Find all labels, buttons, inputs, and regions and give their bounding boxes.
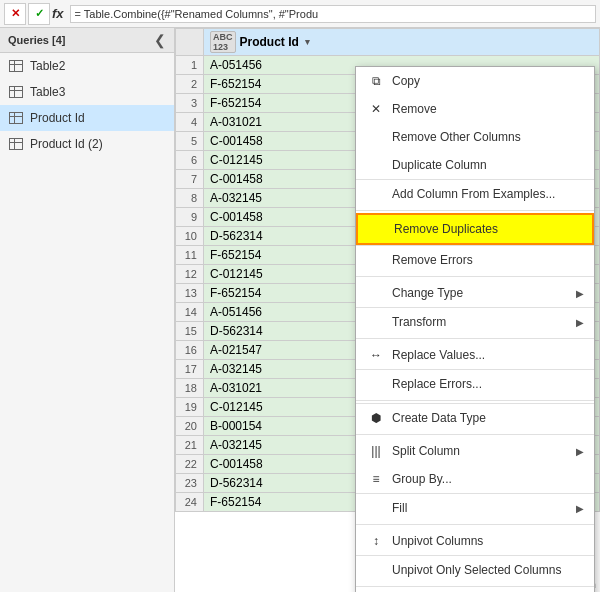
formula-fx-label: fx	[52, 6, 64, 21]
menu-separator	[356, 276, 594, 277]
submenu-arrow-icon: ▶	[576, 503, 584, 514]
column-header[interactable]: ABC123 Product Id ▾	[204, 29, 600, 56]
data-area: ABC123 Product Id ▾ 1A-0514562F-6521543F…	[175, 28, 600, 592]
submenu-arrow-icon: ▶	[576, 288, 584, 299]
menu-item-icon-empty	[368, 219, 388, 239]
row-number: 7	[176, 170, 204, 189]
table-icon	[8, 84, 24, 100]
menu-item-label: Remove	[392, 102, 584, 116]
unpivot-icon: ↕	[366, 531, 386, 551]
menu-item-icon-empty	[366, 250, 386, 270]
menu-item-icon-empty	[366, 498, 386, 518]
menu-item-transform[interactable]: Transform▶	[356, 307, 594, 336]
menu-item-label: Remove Other Columns	[392, 130, 584, 144]
menu-item-replace-values[interactable]: ↔Replace Values...	[356, 341, 594, 369]
main-content: Queries [4] ❮ Table2Table3Product IdProd…	[0, 28, 600, 592]
menu-item-group-by[interactable]: ≡Group By...	[356, 465, 594, 493]
menu-item-unpivot[interactable]: ↕Unpivot Columns	[356, 527, 594, 555]
menu-item-add-col-examples[interactable]: Add Column From Examples...	[356, 179, 594, 208]
menu-item-label: Remove Errors	[392, 253, 584, 267]
queries-collapse-button[interactable]: ❮	[154, 32, 166, 48]
queries-panel: Queries [4] ❮ Table2Table3Product IdProd…	[0, 28, 175, 592]
datatype-icon: ⬢	[366, 408, 386, 428]
menu-separator	[356, 586, 594, 587]
menu-item-remove-duplicates[interactable]: Remove Duplicates	[356, 213, 594, 245]
menu-item-label: Unpivot Only Selected Columns	[392, 563, 584, 577]
row-number: 9	[176, 208, 204, 227]
menu-item-label: Create Data Type	[392, 411, 584, 425]
menu-item-replace-errors[interactable]: Replace Errors...	[356, 369, 594, 398]
formula-bar: ✕ ✓ fx	[0, 0, 600, 28]
menu-item-label: Remove Duplicates	[394, 222, 582, 236]
queries-title: Queries [4]	[8, 34, 65, 46]
menu-item-remove-errors[interactable]: Remove Errors	[356, 245, 594, 274]
row-number: 3	[176, 94, 204, 113]
row-number: 23	[176, 474, 204, 493]
menu-item-unpivot-selected[interactable]: Unpivot Only Selected Columns	[356, 555, 594, 584]
submenu-arrow-icon: ▶	[576, 446, 584, 457]
row-number: 18	[176, 379, 204, 398]
formula-input[interactable]	[70, 5, 596, 23]
menu-item-icon-empty	[366, 155, 386, 175]
menu-item-icon-empty	[366, 184, 386, 204]
row-number: 21	[176, 436, 204, 455]
menu-item-remove[interactable]: ✕Remove	[356, 95, 594, 123]
sidebar-item-table2[interactable]: Table2	[0, 53, 174, 79]
menu-separator	[356, 524, 594, 525]
menu-item-duplicate-col[interactable]: Duplicate Column	[356, 151, 594, 179]
row-number: 19	[176, 398, 204, 417]
sidebar-item-table3[interactable]: Table3	[0, 79, 174, 105]
row-number: 11	[176, 246, 204, 265]
row-number: 4	[176, 113, 204, 132]
formula-confirm-button[interactable]: ✓	[28, 3, 50, 25]
type-badge: ABC123	[210, 31, 236, 53]
menu-item-icon-empty	[366, 374, 386, 394]
menu-item-label: Group By...	[392, 472, 584, 486]
menu-item-icon-empty	[366, 283, 386, 303]
row-number: 17	[176, 360, 204, 379]
menu-separator	[356, 400, 594, 401]
menu-item-label: Transform	[392, 315, 576, 329]
menu-item-remove-other[interactable]: Remove Other Columns	[356, 123, 594, 151]
replace-icon: ↔	[366, 345, 386, 365]
row-number: 12	[176, 265, 204, 284]
formula-cancel-button[interactable]: ✕	[4, 3, 26, 25]
row-number: 1	[176, 56, 204, 75]
menu-item-label: Split Column	[392, 444, 576, 458]
menu-separator	[356, 338, 594, 339]
submenu-arrow-icon: ▶	[576, 317, 584, 328]
menu-item-label: Copy	[392, 74, 584, 88]
menu-item-fill[interactable]: Fill▶	[356, 493, 594, 522]
row-number: 5	[176, 132, 204, 151]
row-number: 13	[176, 284, 204, 303]
sidebar-item-label: Table2	[30, 59, 65, 73]
menu-item-split-column[interactable]: |||Split Column▶	[356, 437, 594, 465]
row-number: 15	[176, 322, 204, 341]
row-number: 22	[176, 455, 204, 474]
sidebar-item-label: Product Id	[30, 111, 85, 125]
menu-item-label: Replace Errors...	[392, 377, 584, 391]
menu-item-label: Fill	[392, 501, 576, 515]
menu-item-icon-empty	[366, 560, 386, 580]
row-number: 10	[176, 227, 204, 246]
menu-item-create-data-type[interactable]: ⬢Create Data Type	[356, 403, 594, 432]
menu-item-copy[interactable]: ⧉Copy	[356, 67, 594, 95]
copy-icon: ⧉	[366, 71, 386, 91]
menu-item-label: Unpivot Columns	[392, 534, 584, 548]
menu-item-label: Change Type	[392, 286, 576, 300]
row-number: 2	[176, 75, 204, 94]
menu-item-label: Duplicate Column	[392, 158, 584, 172]
menu-item-label: Replace Values...	[392, 348, 584, 362]
app-container: ✕ ✓ fx Queries [4] ❮ Table2Table3Product…	[0, 0, 600, 592]
column-dropdown-arrow[interactable]: ▾	[305, 37, 310, 47]
sidebar-item-label: Table3	[30, 85, 65, 99]
menu-separator	[356, 434, 594, 435]
queries-header: Queries [4] ❮	[0, 28, 174, 53]
group-icon: ≡	[366, 469, 386, 489]
sidebar-item-product-id[interactable]: Product Id	[0, 105, 174, 131]
menu-item-change-type[interactable]: Change Type▶	[356, 279, 594, 307]
sidebar-item-product-id-2[interactable]: Product Id (2)	[0, 131, 174, 157]
row-num-header	[176, 29, 204, 56]
row-number: 6	[176, 151, 204, 170]
menu-item-label: Add Column From Examples...	[392, 187, 584, 201]
